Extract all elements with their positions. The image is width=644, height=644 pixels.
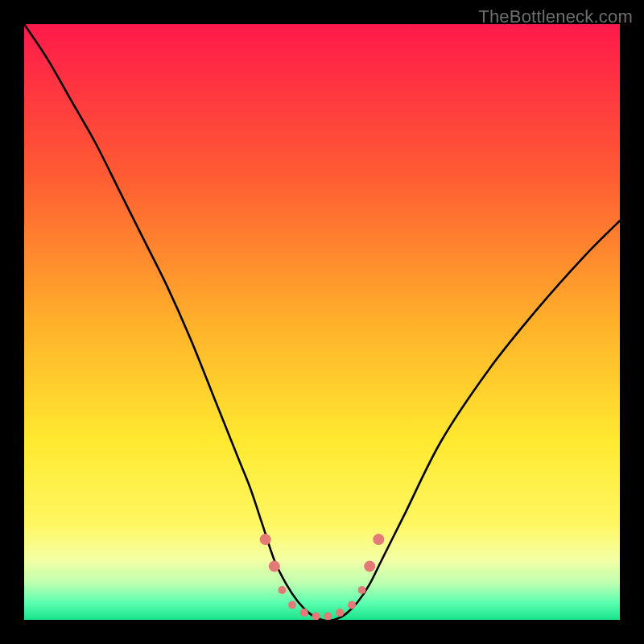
plot-area (24, 24, 620, 620)
optimum-marker (278, 586, 286, 594)
heat-background (24, 24, 620, 620)
optimum-marker (336, 609, 344, 617)
optimum-marker (288, 601, 296, 609)
optimum-marker (373, 534, 384, 545)
optimum-marker (348, 601, 356, 609)
optimum-marker (364, 560, 375, 572)
watermark-text: TheBottleneck.com (478, 6, 633, 27)
optimum-marker (269, 560, 280, 572)
bottleneck-chart (24, 24, 620, 620)
chart-frame: TheBottleneck.com (0, 0, 644, 644)
optimum-marker (358, 586, 366, 594)
optimum-marker (260, 534, 271, 545)
optimum-marker (300, 609, 308, 617)
